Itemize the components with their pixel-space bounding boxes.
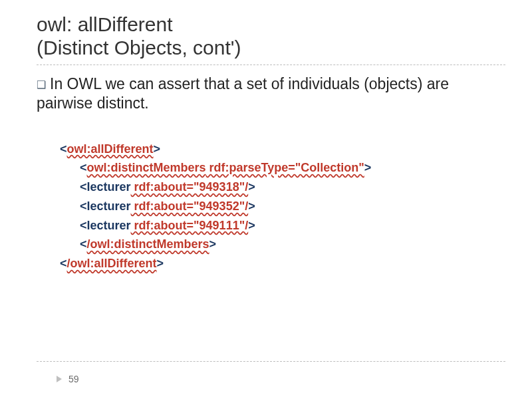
page-number: 59 [57,374,79,384]
title-divider [37,65,505,65]
code-line-lecturer-3: <lecturer rdf:about="949111"/> [60,216,505,235]
code-line-open-alldifferent: <owl:allDifferent> [60,140,505,159]
title-line-2: (Distinct Objects, cont') [37,37,241,59]
slide-title: owl: allDifferent (Distinct Objects, con… [37,13,505,59]
code-line-close-alldifferent: </owl:allDifferent> [60,254,505,273]
code-line-close-distinctmembers: </owl:distinctMembers> [60,235,505,254]
code-line-lecturer-1: <lecturer rdf:about="949318"/> [60,178,505,197]
code-block: <owl:allDifferent> <owl:distinctMembers … [60,140,505,274]
page-arrow-icon [57,376,62,382]
code-line-lecturer-2: <lecturer rdf:about="949352"/> [60,197,505,216]
footer-divider [37,361,505,362]
bullet-icon: ❑ [37,79,46,90]
title-line-1: owl: allDifferent [37,13,173,35]
page-number-text: 59 [68,374,79,384]
slide: owl: allDifferent (Distinct Objects, con… [0,0,532,399]
bullet-text: In OWL we can assert that a set of indiv… [37,75,449,112]
code-line-open-distinctmembers: <owl:distinctMembers rdf:parseType="Coll… [60,158,505,178]
body-bullet: ❑In OWL we can assert that a set of indi… [37,74,505,113]
